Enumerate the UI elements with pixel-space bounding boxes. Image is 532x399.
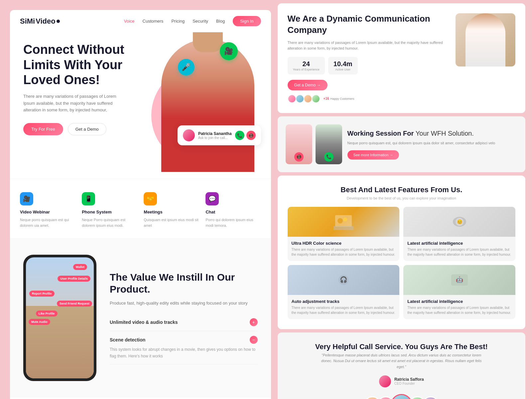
- reviewer-avatar: [379, 375, 391, 387]
- get-demo-right-button[interactable]: Get a Demo →: [288, 80, 328, 90]
- navbar: SiMiVideo Voice Customers Pricing Securi…: [10, 10, 271, 32]
- feature-card-img-2: 🎧: [288, 265, 400, 295]
- working-images: 📵 📞: [286, 124, 342, 164]
- dynamic-company-section: We Are a Dynamic Communication Company T…: [278, 3, 525, 113]
- left-panel: SiMiVideo Voice Customers Pricing Securi…: [10, 10, 271, 399]
- working-desc: Neque porro quisquam est, qui dolorem ip…: [347, 140, 517, 146]
- badge-profile: User Profile Details: [58, 276, 90, 282]
- feature-card-0: Ultra HDR Color science There are many v…: [288, 207, 400, 261]
- reviewer-info: Ratricia Saffora CEO Founder: [394, 377, 424, 385]
- feature-name-0: Unlimited video & audio tracks: [110, 320, 178, 325]
- value-feature-0: Unlimited video & audio tracks +: [110, 314, 258, 331]
- feature-card-img-1: 😊: [403, 207, 515, 237]
- badge-friend: Send Friend Request: [57, 301, 92, 307]
- working-img-1: 📵: [286, 124, 312, 164]
- mini-avatar-2: [296, 94, 304, 103]
- call-actions: 📞 📵: [235, 131, 256, 140]
- feature-video-webinar: 🎥 Video Webinar Neque porro quisquam est…: [20, 192, 75, 228]
- feature-expand-0[interactable]: +: [250, 318, 258, 326]
- svg-text:😊: 😊: [457, 219, 463, 225]
- feature-header-1[interactable]: Scene detection −: [110, 336, 258, 344]
- hero-buttons: Try For Free Get a Demo: [23, 123, 150, 135]
- feature-title-2: Meetings: [144, 209, 199, 214]
- testimonial-avatar-5[interactable]: [422, 396, 439, 399]
- dynamic-title: We Are a Dynamic Communication Company: [288, 13, 449, 36]
- nav-security[interactable]: Security: [193, 19, 208, 24]
- badge-report: Report Profile: [29, 291, 55, 297]
- phone-system-icon: 📱: [82, 192, 95, 205]
- nav-pricing[interactable]: Pricing: [171, 19, 185, 24]
- right-panel: We Are a Dynamic Communication Company T…: [278, 3, 525, 399]
- stat-label-0: Years of Experience: [293, 68, 320, 71]
- features-section: Best And Latest Features From Us. Develo…: [278, 176, 525, 329]
- nav-customers[interactable]: Customers: [143, 19, 164, 24]
- feature-card-desc-3: There are many variations of passages of…: [407, 305, 511, 315]
- features-section-sub: Development to be the best of us, you ca…: [288, 196, 515, 200]
- nav-blog[interactable]: Blog: [216, 19, 225, 24]
- logo: SiMiVideo: [20, 17, 60, 26]
- working-section: 📵 📞 Working Session For Your WFH Solutio…: [278, 116, 525, 172]
- testimonial-avatar-2[interactable]: [377, 396, 394, 399]
- avatar-count: +16: [324, 97, 329, 100]
- person-head: [193, 32, 223, 52]
- feature-title-0: Video Webinar: [20, 209, 75, 214]
- see-more-button[interactable]: See more Information →: [347, 150, 399, 160]
- hero-description: There are many variations of passages of…: [23, 93, 123, 114]
- working-title: Working Session For Your WFH Solution.: [347, 129, 517, 138]
- mini-avatar-1: [288, 94, 296, 103]
- get-demo-button[interactable]: Get a Demo: [68, 123, 106, 135]
- feature-card-3: 🤖 Latest artificial intelligence There a…: [403, 265, 515, 319]
- hero-text: Connect Without Limits With Your Loved O…: [23, 42, 150, 135]
- video-call-icon: 🎥: [220, 42, 238, 60]
- feature-card-title-3: Latest artificial intelligence: [407, 299, 511, 304]
- signin-button[interactable]: Sign In: [233, 16, 261, 26]
- chat-icon: 💬: [205, 192, 219, 205]
- feature-card-desc-0: There are many variations of passages of…: [292, 247, 396, 257]
- feature-desc-2: Quisquam est ipsum eius modi sit amet: [144, 217, 199, 228]
- feature-header-0[interactable]: Unlimited video & audio tracks +: [110, 318, 258, 326]
- accept-call-button[interactable]: 📞: [235, 131, 244, 140]
- mini-avatar-3: [304, 94, 312, 103]
- call-notification: Patricia Sanantha Ask to join the call..…: [178, 125, 261, 145]
- caller-avatar: [183, 129, 195, 141]
- svg-text:🤖: 🤖: [456, 276, 464, 283]
- feature-card-title-2: Auto adjustment tracks: [292, 299, 396, 304]
- testimonial-quote: "Pellentesque masse placerat duis ultric…: [318, 352, 484, 370]
- features-grid: Ultra HDR Color science There are many v…: [288, 207, 515, 319]
- svg-point-1: [337, 218, 343, 223]
- stat-users: 10.4m Active User: [328, 57, 358, 74]
- feature-card-1: 😊 Latest artificial intelligence There a…: [403, 207, 515, 261]
- feature-card-img-0: [288, 207, 400, 237]
- feature-card-desc-1: There are many variations of passages of…: [407, 247, 511, 257]
- testimonial-avatar-1[interactable]: [364, 396, 381, 399]
- call-end-icon: 📵: [294, 152, 304, 162]
- dynamic-person: [466, 13, 505, 66]
- value-title: The Value We Instill In Our Product.: [110, 271, 258, 295]
- feature-card-2: 🎧 Auto adjustment tracks There are many …: [288, 265, 400, 319]
- feature-desc-1: This system looks for abrupt changes in …: [110, 346, 258, 359]
- stat-number-1: 10.4m: [333, 60, 352, 68]
- avatars-row: +16 Happy Customers: [288, 94, 449, 103]
- testimonial-avatar-4[interactable]: [409, 396, 426, 399]
- phone-mockup: Wallet User Profile Details Report Profi…: [23, 255, 96, 381]
- mic-icon: 🎤: [178, 59, 195, 75]
- call-sub: Ask to join the call...: [198, 136, 232, 140]
- feature-card-body-1: Latest artificial intelligence There are…: [403, 237, 515, 261]
- video-webinar-icon: 🎥: [20, 192, 33, 205]
- hero-title: Connect Without Limits With Your Loved O…: [23, 42, 150, 88]
- value-desc: Produce fast, high-quality edity edits w…: [110, 301, 258, 306]
- stat-number-0: 24: [293, 60, 320, 68]
- decline-call-button[interactable]: 📵: [246, 131, 256, 140]
- working-text: Working Session For Your WFH Solution. N…: [347, 129, 517, 160]
- feature-expand-1[interactable]: −: [250, 336, 258, 344]
- badge-wallet: Wallet: [73, 264, 87, 270]
- feature-title-1: Phone System: [82, 209, 137, 214]
- testimonial-avatar-active[interactable]: [391, 394, 412, 399]
- call-info: Patricia Sanantha Ask to join the call..…: [198, 131, 232, 140]
- stat-years: 24 Years of Experience: [288, 57, 325, 74]
- nav-voice[interactable]: Voice: [124, 19, 135, 24]
- testimonial-avatars: [288, 394, 515, 399]
- try-free-button[interactable]: Try For Free: [23, 123, 63, 135]
- stats-row: 24 Years of Experience 10.4m Active User: [288, 57, 449, 74]
- value-feature-1: Scene detection − This system looks for …: [110, 331, 258, 364]
